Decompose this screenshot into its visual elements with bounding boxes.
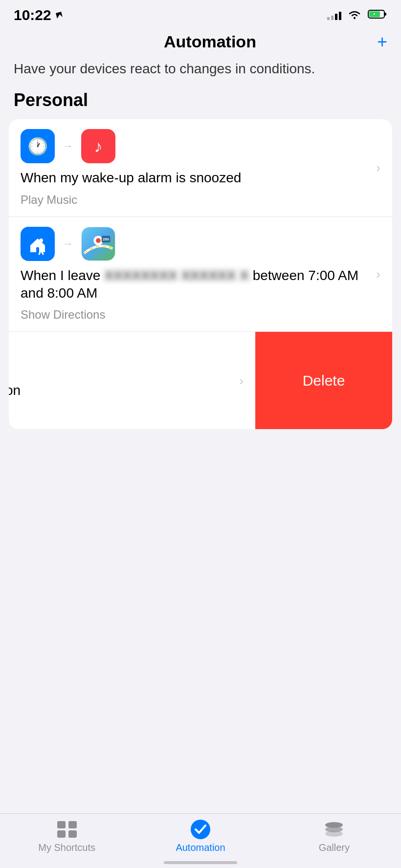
gallery-tab-label: Gallery — [319, 842, 350, 853]
svg-point-15 — [191, 820, 210, 839]
gallery-tab-icon — [322, 820, 346, 839]
status-time: 10:22 — [14, 7, 64, 23]
location-action: Show Directions — [21, 308, 380, 322]
arrow-icon: → — [63, 140, 73, 152]
status-bar: 10:22 — [0, 0, 401, 27]
automation-item-focus[interactable]: ✦ → ✈ ...er Mode is turned on Appearance… — [9, 332, 255, 429]
chevron-icon-2: › — [376, 266, 380, 282]
music-icon: ♪ — [81, 129, 115, 163]
shortcuts-tab-label: My Shortcuts — [38, 842, 95, 853]
item-icons-alarm: 🕐 → ♪ — [21, 129, 380, 163]
home-indicator — [164, 861, 237, 864]
tab-automation[interactable]: Automation — [134, 820, 267, 853]
home-walk-icon — [21, 227, 55, 261]
alarm-action: Play Music — [21, 193, 380, 207]
svg-rect-2 — [384, 13, 386, 16]
item-icons-focus: ✦ → ✈ — [9, 342, 244, 376]
chevron-icon-3: › — [239, 373, 244, 388]
arrow-icon-2: → — [63, 238, 73, 250]
alarm-title: When my wake-up alarm is snoozed — [21, 169, 380, 187]
location-title: When I leave XXXXXXXX XXXXXX X between 7… — [21, 267, 380, 303]
automation-tab-label: Automation — [176, 842, 225, 853]
svg-rect-13 — [57, 830, 66, 838]
focus-action: Appearance, and Set — [9, 406, 244, 419]
wifi-icon — [347, 9, 362, 22]
delete-button[interactable]: Delete — [255, 332, 392, 429]
item-icons-location: → — [21, 227, 380, 261]
shortcuts-tab-icon — [55, 820, 79, 839]
page-subtitle: Have your devices react to changes in co… — [0, 59, 401, 90]
time-display: 10:22 — [14, 7, 51, 23]
page-title: Automation — [43, 32, 377, 51]
chevron-icon: › — [376, 160, 380, 175]
tab-gallery[interactable]: Gallery — [267, 820, 401, 853]
redacted-text: XXXXXXXX XXXXXX X — [104, 268, 249, 283]
battery-icon — [368, 9, 387, 22]
status-icons — [327, 9, 387, 22]
tab-my-shortcuts[interactable]: My Shortcuts — [0, 820, 134, 853]
tab-bar: My Shortcuts Automation Gallery — [0, 813, 401, 868]
svg-point-18 — [325, 831, 343, 837]
signal-icon — [327, 10, 341, 20]
automation-tab-icon — [188, 820, 213, 839]
section-header: Personal — [0, 90, 401, 119]
svg-point-0 — [354, 17, 356, 19]
automation-item-focus-wrapper: Delete ✦ → ✈ ...er Mode is turned on App… — [9, 331, 392, 429]
nav-header: Automation + — [0, 27, 401, 59]
add-button[interactable]: + — [377, 33, 387, 51]
svg-rect-11 — [57, 821, 66, 828]
clock-icon: 🕐 — [21, 129, 55, 163]
location-icon — [54, 10, 64, 20]
svg-rect-14 — [68, 830, 77, 838]
svg-text:280: 280 — [103, 237, 109, 241]
automation-item-location[interactable]: → — [9, 217, 392, 332]
svg-point-5 — [39, 239, 43, 242]
maps-icon: 280 — [81, 227, 115, 261]
automations-card: 🕐 → ♪ When my wake-up alarm is snoozed P… — [9, 119, 392, 429]
svg-rect-12 — [68, 821, 77, 828]
automation-item-alarm[interactable]: 🕐 → ♪ When my wake-up alarm is snoozed P… — [9, 119, 392, 216]
focus-title: ...er Mode is turned on — [9, 382, 244, 399]
svg-point-8 — [96, 238, 101, 243]
